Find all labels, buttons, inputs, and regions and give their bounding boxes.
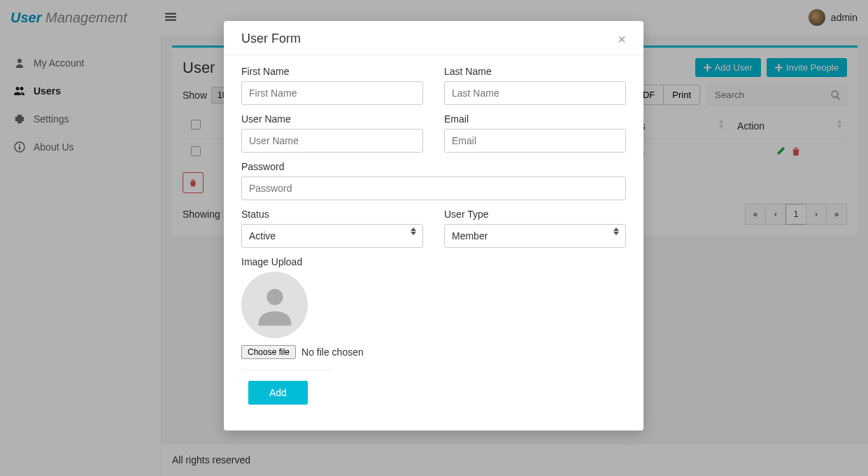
first-name-label: First Name [241, 66, 423, 77]
user-type-label: User Type [444, 209, 626, 220]
image-upload-label: Image Upload [241, 256, 626, 267]
file-chosen-text: No file chosen [301, 346, 364, 358]
user-type-select[interactable]: Member [444, 224, 626, 248]
user-form-modal: User Form × First Name Last Name User Na… [224, 21, 643, 430]
add-submit-button[interactable]: Add [248, 381, 308, 405]
user-name-input[interactable] [241, 129, 423, 153]
avatar-preview [241, 272, 308, 338]
status-select[interactable]: Active [241, 224, 423, 248]
modal-close-button[interactable]: × [618, 31, 626, 48]
modal-title: User Form [241, 31, 301, 48]
last-name-label: Last Name [444, 66, 626, 77]
last-name-input[interactable] [444, 81, 626, 105]
person-icon [250, 281, 299, 330]
user-name-label: User Name [241, 113, 423, 125]
first-name-input[interactable] [241, 81, 423, 105]
password-label: Password [241, 161, 626, 172]
email-input[interactable] [444, 129, 626, 153]
email-label: Email [444, 113, 626, 125]
choose-file-button[interactable]: Choose file [241, 345, 296, 359]
password-input[interactable] [241, 176, 626, 200]
status-label: Status [241, 209, 423, 220]
